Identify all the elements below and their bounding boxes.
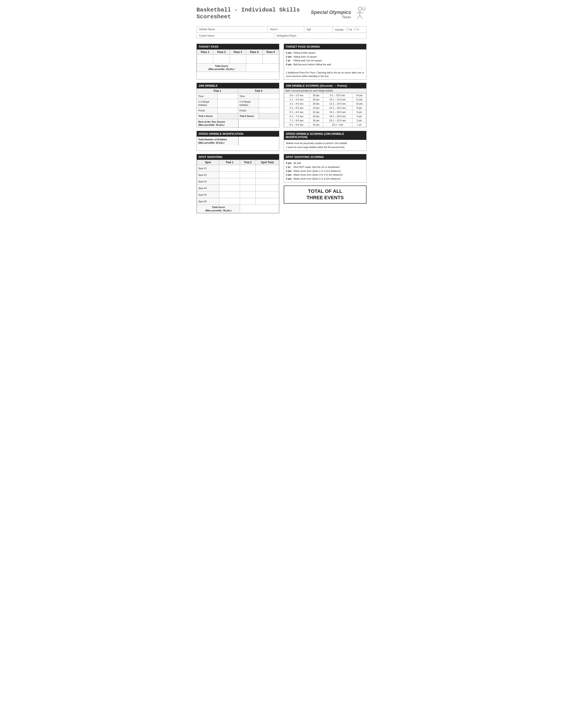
- trial2-score-value[interactable]: [259, 113, 279, 119]
- target-pass-input-row: [197, 55, 279, 64]
- scoring-row-1pt: 1 pt Hitting wall, but not square: [286, 59, 364, 63]
- pass3-input[interactable]: [229, 55, 246, 64]
- trial2-points-label: Points: [238, 108, 259, 113]
- spot-row-4: Spot #5: [197, 191, 279, 198]
- trial1-illegal-value[interactable]: [218, 99, 237, 108]
- trial2-time-label: Time: [238, 94, 259, 99]
- spot-trial1-1[interactable]: [219, 172, 240, 178]
- target-pass-header: TARGET PASS: [197, 44, 279, 49]
- spot-label-3: Spot #4: [197, 185, 219, 191]
- trial2-time-value[interactable]: [259, 94, 279, 99]
- gender-field: Gender M F: [333, 26, 366, 33]
- spot-row-5: Spot #6: [197, 198, 279, 205]
- trial2-points-value[interactable]: [259, 108, 279, 113]
- trial1-illegal-row: # of IllegalDribbles: [197, 99, 238, 108]
- spot-row-3: Spot #4: [197, 185, 279, 191]
- dribble-pts2: 12 pts: [352, 98, 366, 102]
- dribble-range1: 5.1 – 6.0 sec: [284, 110, 309, 114]
- trial2-header: Trial 2: [238, 88, 279, 94]
- dribble-pts1: 16 pts: [309, 123, 323, 127]
- dribble-pts1: 26 pts: [309, 102, 323, 106]
- target-pass-section: TARGET PASS Pass 1 Pass 2 Pass 3 Pass 4 …: [196, 44, 279, 80]
- delegation-field[interactable]: Delegation/Team: [274, 33, 366, 39]
- heat-field[interactable]: Heat #: [267, 26, 304, 33]
- total-all-events-box[interactable]: TOTAL OF ALL THREE EVENTS: [284, 186, 367, 203]
- spot-trial1-4[interactable]: [219, 191, 240, 198]
- spot-trial1-0[interactable]: [219, 165, 240, 172]
- spot-trial1-5[interactable]: [219, 198, 240, 205]
- spot-total-col-header: Spot Total: [256, 160, 279, 165]
- pass4-input[interactable]: [246, 55, 262, 64]
- dribble-scoring-table: 0.0 – 2.0 sec 30 pts 9.1 – 10.0 sec 14 p…: [284, 93, 366, 127]
- speed-dribble-scoring-section: SPEED DRIBBLE SCORING (10M DRIBBLE MODIF…: [284, 131, 367, 151]
- pass5-input[interactable]: [262, 55, 279, 64]
- coach-name-field[interactable]: Coach Name: [197, 33, 274, 39]
- spot-shooting-scoring-content: 0 pts Air ball 1 pt Shot NOT made; ball …: [284, 160, 366, 182]
- dribble-scoring-row-4: 5.1 – 6.0 sec 22 pts 16.1 – 18.0 sec 6 p…: [284, 110, 366, 114]
- pass1-input[interactable]: [197, 55, 213, 64]
- spot-shooting-right-col: SPOT SHOOTING SCORING 0 pts Air ball 1 p…: [284, 154, 367, 213]
- trial1-time-value[interactable]: [218, 94, 237, 99]
- spot-trial2-1[interactable]: [240, 172, 256, 178]
- speed-dribble-header: SPEED DRIBBLE MODIFICATION: [197, 131, 279, 137]
- spot-total-1[interactable]: [256, 172, 279, 178]
- spot-row-0: Spot #1: [197, 165, 279, 172]
- speed-dribble-total-label: Total Number of Dribbles(Max possible: 3…: [197, 137, 238, 145]
- speed-note1: Athlete must be physically unable to per…: [286, 141, 364, 145]
- age-field[interactable]: Age: [304, 26, 333, 33]
- dribble-range2: 20.1 – 22.0 sec: [323, 118, 352, 123]
- spot-total-value[interactable]: [240, 205, 279, 213]
- gender-female-radio[interactable]: [354, 28, 357, 31]
- spot-trial2-2[interactable]: [240, 178, 256, 185]
- gender-male-radio[interactable]: [346, 28, 349, 31]
- target-pass-total-value[interactable]: [246, 64, 279, 72]
- dribble-range2: 18.1 – 20.0 sec: [323, 114, 352, 118]
- spot-trial1-3[interactable]: [219, 185, 240, 191]
- spot-total-4[interactable]: [256, 191, 279, 198]
- spot-1pt-row: 1 pt Shot NOT made; ball hits rim or bac…: [286, 165, 364, 169]
- spot-trial2-0[interactable]: [240, 165, 256, 172]
- dribble-range2: 12.1 – 14.0 sec: [323, 102, 352, 106]
- dribble-range2: 16.1 – 18.0 sec: [323, 110, 352, 114]
- dribble-scoring-row-2: 3.1 – 4.0 sec 26 pts 12.1 – 14.0 sec 10 …: [284, 102, 366, 106]
- trial1-score-value[interactable]: [218, 113, 237, 119]
- trial1-score-row: Trial 1 Score: [197, 113, 238, 119]
- trial1-col: Trial 1 Time # of IllegalDribbles Points…: [197, 88, 238, 119]
- trial2-col: Trial 2 Time # of IllegalDribbles Points…: [238, 88, 279, 119]
- trial1-points-value[interactable]: [218, 108, 237, 113]
- trial1-time-label: Time: [197, 94, 218, 99]
- spot-trial2-3[interactable]: [240, 185, 256, 191]
- speed-dribble-section: SPEED DRIBBLE MODIFICATION Total Number …: [196, 131, 279, 151]
- pass2-input[interactable]: [213, 55, 229, 64]
- spot-label-1: Spot #2: [197, 172, 219, 178]
- dribble-range2: 9.1 – 10.0 sec: [323, 93, 352, 98]
- dribble-best-value[interactable]: [238, 119, 279, 128]
- athlete-name-field[interactable]: Athlete Name: [197, 26, 267, 33]
- spot-label-5: Spot #6: [197, 198, 219, 205]
- dribble-pts1: 24 pts: [309, 106, 323, 110]
- spot-trial2-4[interactable]: [240, 191, 256, 198]
- athlete-row-2: Coach Name Delegation/Team: [197, 33, 366, 39]
- trial2-illegal-value[interactable]: [259, 99, 279, 108]
- speed-dribble-total-row: Total Number of Dribbles(Max possible: 3…: [197, 137, 279, 145]
- speed-dribble-scoring-header: SPEED DRIBBLE SCORING (10M DRIBBLE MODIF…: [284, 131, 366, 140]
- dribble-pts2: 6 pts: [352, 110, 366, 114]
- spot-total-3[interactable]: [256, 185, 279, 191]
- spot-shooting-section: SPOT SHOOTING Spot Trial 1 Trial 2 Spot …: [196, 154, 279, 213]
- speed-dribble-total-value[interactable]: [238, 137, 279, 145]
- spot-total-2[interactable]: [256, 178, 279, 185]
- dribble-range2: 22.1 + sec: [323, 123, 352, 127]
- spot-total-0[interactable]: [256, 165, 279, 172]
- spot-col-header: Spot: [197, 160, 219, 165]
- spot-trial2-5[interactable]: [240, 198, 256, 205]
- dribble-pts1: 22 pts: [309, 110, 323, 114]
- spot-total-label: Total Score(Max possible: 36 pts.): [197, 205, 240, 213]
- target-pass-additional-note: 1 Additional Point Per Pass: Catching ba…: [286, 71, 364, 78]
- dribble-scoring-section: 10M DRIBBLE SCORING (Seconds → Points) A…: [284, 83, 367, 128]
- logo-sub: Texas: [311, 15, 351, 19]
- spot-row-1: Spot #2: [197, 172, 279, 178]
- spot-trial1-2[interactable]: [219, 178, 240, 185]
- spot-total-5[interactable]: [256, 198, 279, 205]
- spot-shooting-header: SPOT SHOOTING: [197, 154, 279, 160]
- athlete-row-1: Athlete Name Heat # Age Gender M F: [197, 26, 366, 33]
